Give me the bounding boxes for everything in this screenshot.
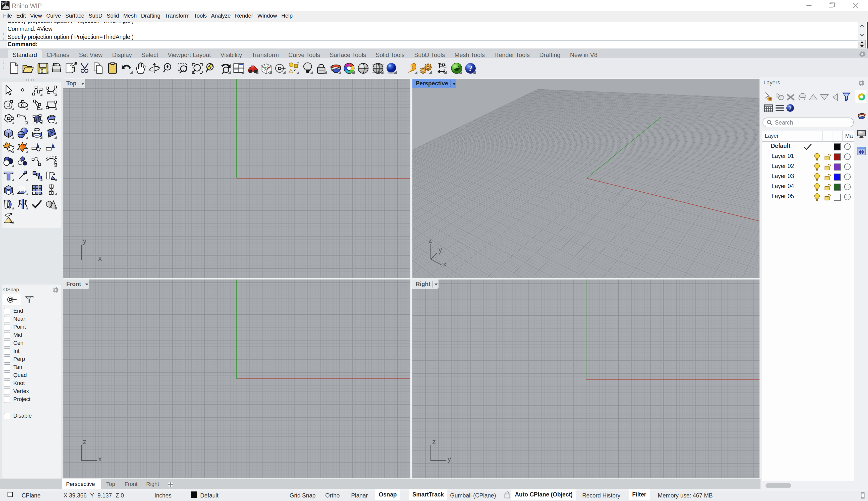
svg-text:?: ? bbox=[789, 105, 792, 111]
svg-text:y: y bbox=[448, 455, 451, 463]
svg-text:?: ? bbox=[860, 150, 863, 155]
svg-text:x: x bbox=[443, 260, 447, 268]
svg-text:z: z bbox=[432, 439, 436, 446]
svg-text:z: z bbox=[83, 439, 86, 446]
svg-text:x: x bbox=[98, 254, 102, 262]
svg-text:z: z bbox=[428, 236, 432, 244]
svg-text:?: ? bbox=[469, 64, 473, 73]
svg-text:x: x bbox=[98, 455, 102, 463]
svg-text:y: y bbox=[83, 238, 86, 245]
svg-text:y: y bbox=[439, 246, 442, 254]
